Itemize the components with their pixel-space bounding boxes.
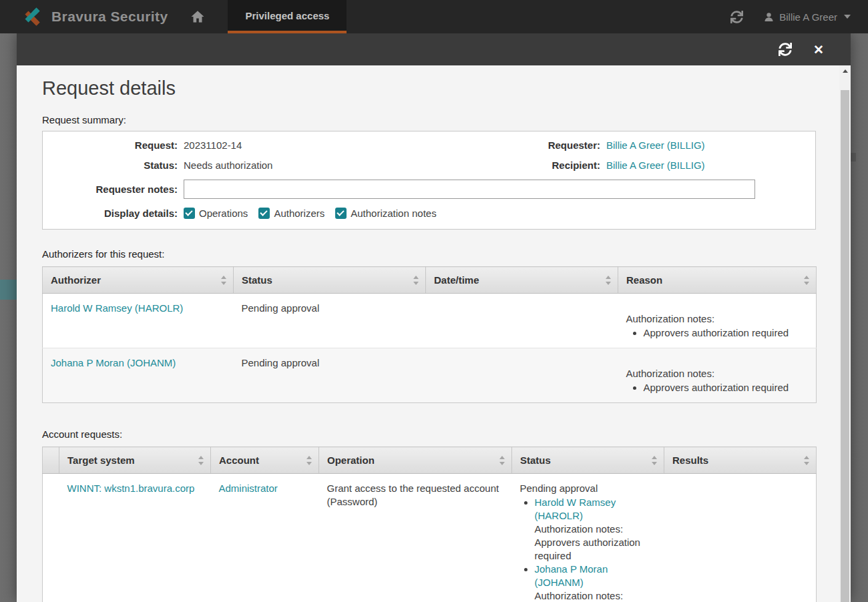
backdrop-notch	[851, 153, 856, 162]
sort-icon	[652, 456, 658, 465]
sort-icon	[804, 456, 810, 465]
list-item: Harold W Ramsey (HAROLR) Authorization n…	[535, 496, 656, 563]
recipient-label: Recipient:	[513, 160, 600, 171]
checkbox-authorizers-label: Authorizers	[274, 208, 324, 219]
modal-refresh-icon[interactable]	[779, 43, 792, 56]
account-link[interactable]: Administrator	[219, 483, 278, 494]
col-datetime-label: Date/time	[434, 274, 479, 286]
account-requests-heading: Account requests:	[42, 428, 816, 440]
col-status-label: Status	[242, 274, 272, 286]
row-select-cell	[43, 474, 59, 602]
modal-scrollbar[interactable]	[839, 65, 851, 602]
brand-name: Bravura Security	[51, 9, 168, 25]
col-reason-label: Reason	[626, 274, 662, 286]
reason-item: Approvers authorization required	[644, 381, 809, 394]
requester-link[interactable]: Billie A Greer (BILLIG)	[606, 139, 705, 151]
col-authorizer[interactable]: Authorizer	[43, 267, 234, 294]
scrollbar-thumb[interactable]	[841, 90, 849, 602]
approver-notes-label: Authorization notes:	[535, 523, 656, 536]
display-details-label: Display details:	[43, 208, 178, 219]
col-target-system-label: Target system	[67, 455, 135, 466]
home-icon	[190, 9, 206, 25]
authorizer-link[interactable]: Harold W Ramsey (HAROLR)	[51, 302, 183, 314]
col-results[interactable]: Results	[664, 447, 817, 474]
table-row: Harold W Ramsey (HAROLR) Pending approva…	[43, 294, 817, 348]
col-datetime[interactable]: Date/time	[426, 267, 618, 294]
status-value: Needs authorization	[184, 160, 272, 171]
reason-title: Authorization notes:	[626, 312, 809, 326]
recipient-link[interactable]: Billie A Greer (BILLIG)	[606, 160, 705, 171]
modal-body: Request details Request summary: Request…	[17, 65, 839, 602]
list-item: Johana P Moran (JOHANM) Authorization no…	[535, 563, 656, 602]
sort-icon	[306, 456, 312, 465]
reason-block: Authorization notes: Approvers authoriza…	[626, 312, 809, 340]
sort-icon	[804, 276, 810, 285]
request-summary-panel: Request: 20231102-14 Requester: Billie A…	[42, 131, 816, 230]
approver-notes: Approvers authorization required	[535, 536, 656, 563]
col-operation[interactable]: Operation	[319, 447, 512, 474]
checkbox-authorization-notes[interactable]: Authorization notes	[335, 208, 436, 219]
requester-label: Requester:	[513, 139, 600, 151]
col-status[interactable]: Status	[234, 267, 426, 294]
reason-block: Authorization notes: Approvers authoriza…	[626, 367, 809, 394]
requester-notes-label: Requester notes:	[43, 184, 178, 195]
top-navbar: Bravura Security Privileged access Billi…	[0, 0, 868, 33]
checkbox-checked-icon	[335, 208, 347, 219]
sort-icon	[198, 456, 204, 465]
status-label: Status:	[43, 160, 178, 171]
reason-title: Authorization notes:	[626, 367, 809, 380]
user-name: Billie A Greer	[779, 11, 837, 23]
sort-icon	[221, 276, 227, 285]
col-results-label: Results	[672, 455, 708, 466]
authorizer-status: Pending approval	[234, 348, 426, 403]
approver-link[interactable]: Harold W Ramsey (HAROLR)	[535, 497, 616, 521]
authorizer-datetime	[426, 294, 618, 348]
sort-icon	[413, 276, 419, 285]
approver-notes-label: Authorization notes:	[535, 589, 656, 602]
authorizer-link[interactable]: Johana P Moran (JOHANM)	[51, 357, 176, 368]
request-summary-heading: Request summary:	[42, 114, 816, 125]
operation-cell: Grant access to the requested account (P…	[319, 474, 512, 602]
request-value: 20231102-14	[184, 139, 242, 151]
approver-link[interactable]: Johana P Moran (JOHANM)	[535, 563, 608, 588]
sort-icon	[606, 276, 612, 285]
col-operation-label: Operation	[327, 455, 375, 466]
request-details-modal: ✕ Request details Request summary: Reque…	[17, 33, 851, 602]
authorizers-table: Authorizer Status Date/time Reason Harol…	[42, 266, 817, 403]
col-reason[interactable]: Reason	[618, 267, 817, 294]
col-select	[43, 447, 59, 474]
brand[interactable]: Bravura Security	[0, 0, 168, 33]
checkbox-operations[interactable]: Operations	[184, 208, 248, 219]
navbar-refresh-icon[interactable]	[730, 11, 743, 23]
table-row: Johana P Moran (JOHANM) Pending approval…	[43, 348, 817, 403]
account-requests-table: Target system Account Operation Status R…	[42, 446, 817, 602]
col-account-label: Account	[219, 455, 259, 466]
col-target-system[interactable]: Target system	[59, 447, 211, 474]
request-label: Request:	[43, 139, 178, 151]
close-icon[interactable]: ✕	[813, 43, 824, 56]
requester-notes-input[interactable]	[184, 180, 755, 199]
chevron-down-icon	[844, 15, 851, 19]
scroll-up-arrow-icon[interactable]	[839, 65, 851, 77]
checkbox-authorization-notes-label: Authorization notes	[351, 208, 436, 219]
col-acct-status-label: Status	[520, 455, 551, 466]
checkbox-checked-icon	[258, 208, 270, 219]
acct-status-title: Pending approval	[520, 482, 656, 495]
page-title: Request details	[42, 77, 816, 99]
results-cell	[664, 474, 817, 602]
acct-status-list: Harold W Ramsey (HAROLR) Authorization n…	[520, 496, 656, 602]
checkbox-authorizers[interactable]: Authorizers	[258, 208, 324, 219]
backdrop-sidebar-highlight	[0, 280, 17, 300]
home-button[interactable]	[168, 0, 228, 33]
col-acct-status[interactable]: Status	[512, 447, 664, 474]
tab-label: Privileged access	[245, 10, 329, 21]
authorizers-heading: Authorizers for this request:	[42, 248, 816, 260]
target-system-link[interactable]: WINNT: wkstn1.bravura.corp	[67, 483, 195, 494]
authorizer-datetime	[426, 348, 618, 403]
user-menu[interactable]: Billie A Greer	[763, 11, 851, 23]
checkbox-operations-label: Operations	[199, 208, 248, 219]
authorizer-status: Pending approval	[234, 294, 426, 348]
table-row: WINNT: wkstn1.bravura.corp Administrator…	[43, 474, 817, 602]
tab-privileged-access[interactable]: Privileged access	[228, 0, 347, 33]
col-account[interactable]: Account	[211, 447, 319, 474]
